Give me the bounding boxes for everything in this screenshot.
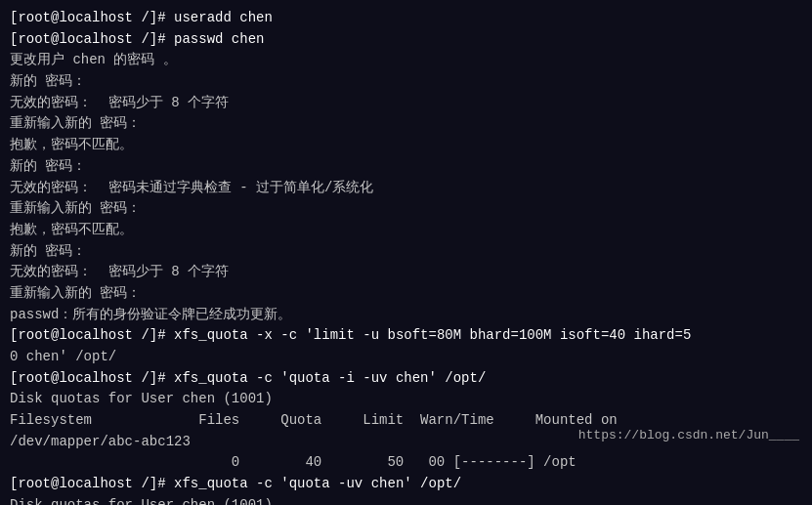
terminal-line: 无效的密码： 密码未通过字典检查 - 过于简单化/系统化 xyxy=(10,178,802,199)
terminal-line: 0 chen' /opt/ xyxy=(10,347,802,368)
terminal-line: 更改用户 chen 的密码 。 xyxy=(10,50,802,71)
terminal-line: [root@localhost /]# xfs_quota -x -c 'lim… xyxy=(10,325,802,347)
terminal-line: 0 40 50 00 [--------] /opt xyxy=(10,452,802,474)
terminal-line: passwd：所有的身份验证令牌已经成功更新。 xyxy=(10,305,802,326)
terminal-line: 无效的密码： 密码少于 8 个字符 xyxy=(10,262,802,283)
terminal-line: 新的 密码： xyxy=(10,241,802,263)
terminal-line: 新的 密码： xyxy=(10,71,802,93)
terminal-line: 新的 密码： xyxy=(10,156,802,178)
terminal-line: [root@localhost /]# useradd chen xyxy=(10,8,802,29)
terminal-line: 无效的密码： 密码少于 8 个字符 xyxy=(10,93,802,114)
terminal-line: 重新输入新的 密码： xyxy=(10,283,802,305)
terminal-line: [root@localhost /]# passwd chen xyxy=(10,29,802,51)
terminal-line: 抱歉，密码不匹配。 xyxy=(10,220,802,241)
watermark: https://blog.csdn.net/Jun____ xyxy=(576,425,802,446)
terminal-line: Disk quotas for User chen (1001) xyxy=(10,389,802,410)
terminal-line: Disk quotas for User chen (1001) xyxy=(10,495,802,505)
terminal-line: 重新输入新的 密码： xyxy=(10,113,802,135)
terminal-line: 抱歉，密码不匹配。 xyxy=(10,135,802,156)
terminal-line: [root@localhost /]# xfs_quota -c 'quota … xyxy=(10,474,802,495)
terminal: [root@localhost /]# useradd chen[root@lo… xyxy=(0,0,812,505)
terminal-line: 重新输入新的 密码： xyxy=(10,198,802,220)
terminal-line: [root@localhost /]# xfs_quota -c 'quota … xyxy=(10,368,802,390)
